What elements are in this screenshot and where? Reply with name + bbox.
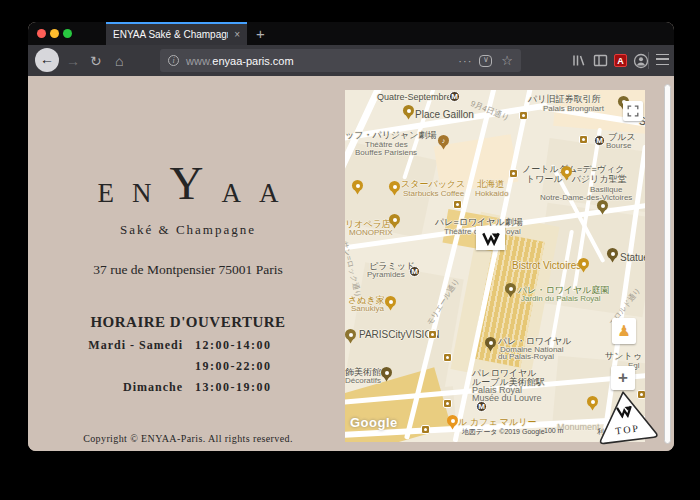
tab-title: ENYAA Saké & Champagne (113, 29, 228, 40)
tagline: Saké & Champagne (48, 222, 328, 238)
map-marker-square (579, 135, 588, 144)
map-marker-metro: M (594, 135, 605, 146)
map-scale-label: 100 m (544, 427, 563, 434)
map-marker-pin (607, 248, 618, 259)
minimize-window-button[interactable] (50, 29, 59, 38)
new-tab-button[interactable]: + (247, 23, 274, 44)
map-label: Bistrot Victoires (512, 260, 581, 271)
logo-letter: N (132, 180, 152, 207)
map-label: Jardin du Palais Royal (521, 294, 601, 303)
map-marker-square (443, 353, 452, 362)
home-button[interactable]: ⌂ (115, 53, 123, 69)
map-marker-pin (381, 367, 392, 378)
page-content: ENYAA Saké & Champagne 37 rue de Montpen… (28, 76, 674, 451)
navigation-toolbar: ← → ↻ ⌂ i www.enyaa-paris.com ··· ∨ ☆ A (28, 45, 674, 76)
tab-bar: ENYAA Saké & Champagne × + (28, 22, 674, 45)
map-label: Palais Brongniart (543, 104, 604, 113)
map-marker-square (421, 425, 430, 434)
pocket-icon[interactable]: ∨ (479, 55, 492, 67)
map-marker-pin: ♪ (438, 135, 449, 146)
hours-day: Mardi - Samedi (48, 338, 183, 353)
hours-heading: HORAIRE D'OUVERTURE (48, 314, 328, 331)
hours-time: 19:00-22:00 (195, 359, 328, 374)
map-label: Starbucks Coffee (403, 189, 464, 198)
bookmark-star-icon[interactable]: ☆ (501, 53, 513, 68)
map-label: Notre-Dame-des-Victoires (540, 193, 632, 202)
hours-time: 12:00-14:00 (195, 338, 328, 353)
map-marker-square (509, 169, 518, 178)
logo-letter: E (98, 180, 115, 207)
traffic-lights (28, 22, 80, 45)
back-button[interactable]: ← (35, 48, 59, 72)
hours-time: 13:00-19:00 (195, 380, 328, 395)
map-marker-metro: M (476, 401, 487, 412)
map-label: du Palais-Royal (498, 352, 554, 361)
logo-letter: A (259, 180, 279, 207)
map-attribution: 地図データ ©2019 Google (462, 427, 545, 437)
map-marker-pin (403, 105, 414, 116)
logo-letter: A (221, 180, 241, 207)
sidebar-icon[interactable] (593, 53, 608, 72)
menu-icon[interactable] (656, 54, 669, 65)
map-label: Pyramides (367, 270, 405, 279)
map-marker-square (519, 111, 528, 120)
map-marker-square (443, 399, 452, 408)
map-label: Hokkaido (475, 189, 508, 198)
fullscreen-icon[interactable] (623, 101, 643, 121)
map-marker-metro: M (409, 266, 420, 277)
copyright: Copyright © ENYAA-Paris. All rights rese… (48, 433, 328, 444)
toolbar-divider (648, 52, 649, 69)
map-label: Décoratifs (345, 376, 381, 385)
map-label: MONOPRIX (349, 228, 393, 237)
url-bar[interactable]: i www.enyaa-paris.com ··· ∨ ☆ (160, 49, 521, 72)
reload-button[interactable]: ↻ (90, 53, 102, 69)
enyaa-map-marker[interactable] (476, 226, 505, 250)
hours-day: Dimanche (48, 380, 183, 395)
google-map[interactable]: ♟ + Google 地図データ ©2019 Google 100 m 利用規約… (345, 90, 645, 442)
logo-letter: Y (170, 160, 204, 207)
map-marker-pin (597, 200, 608, 211)
map-marker-square (453, 200, 462, 209)
scrollbar-thumb[interactable] (664, 84, 671, 444)
url-domain: enyaa-paris.com (212, 55, 293, 67)
map-label: Statue (620, 252, 645, 263)
map-marker-pin (505, 283, 516, 294)
url-text[interactable]: www.enyaa-paris.com (186, 55, 451, 67)
map-marker-pin (447, 415, 458, 426)
top-button[interactable]: TOP (590, 384, 662, 448)
map-label: Bouffes Parisiens (355, 148, 417, 157)
map-marker-pin (345, 329, 356, 340)
google-logo[interactable]: Google (350, 415, 398, 430)
map-marker-pin (578, 258, 589, 269)
map-marker-pin (561, 166, 572, 177)
pegman-icon[interactable]: ♟ (612, 318, 636, 344)
hours-day (48, 359, 183, 374)
map-marker-pin (485, 337, 496, 348)
map-marker-pin (352, 180, 363, 191)
page-actions-icon[interactable]: ··· (458, 55, 472, 67)
map-marker-pin (389, 214, 400, 225)
adobe-pdf-icon[interactable]: A (614, 54, 627, 67)
map-label: Quatre-Septembre (377, 92, 452, 102)
map-marker-metro: M (449, 91, 460, 102)
map-marker-pin (389, 181, 400, 192)
address: 37 rue de Montpensier 75001 Paris (48, 262, 328, 278)
map-marker-pin (385, 296, 396, 307)
map-label: Bourse (606, 141, 631, 150)
browser-window: ENYAA Saké & Champagne × + ← → ↻ ⌂ i www… (28, 22, 674, 451)
forward-button[interactable]: → (66, 53, 80, 69)
map-label: oyal (506, 227, 521, 236)
enyaa-logo: ENYAA (48, 160, 328, 207)
library-icon[interactable] (571, 53, 586, 72)
map-label: Place Gaillon (415, 109, 474, 120)
close-window-button[interactable] (37, 29, 46, 38)
tab-close-icon[interactable]: × (234, 30, 240, 40)
account-icon[interactable] (633, 53, 649, 73)
map-label: Sanukiya (351, 304, 384, 313)
active-tab[interactable]: ENYAA Saké & Champagne × (106, 22, 247, 45)
url-prefix: www. (186, 55, 212, 67)
zoom-window-button[interactable] (63, 29, 72, 38)
site-info-icon[interactable]: i (168, 55, 179, 66)
map-marker-square (428, 330, 437, 339)
hours-table: Mardi - Samedi 12:00-14:00 19:00-22:00 D… (48, 338, 328, 395)
